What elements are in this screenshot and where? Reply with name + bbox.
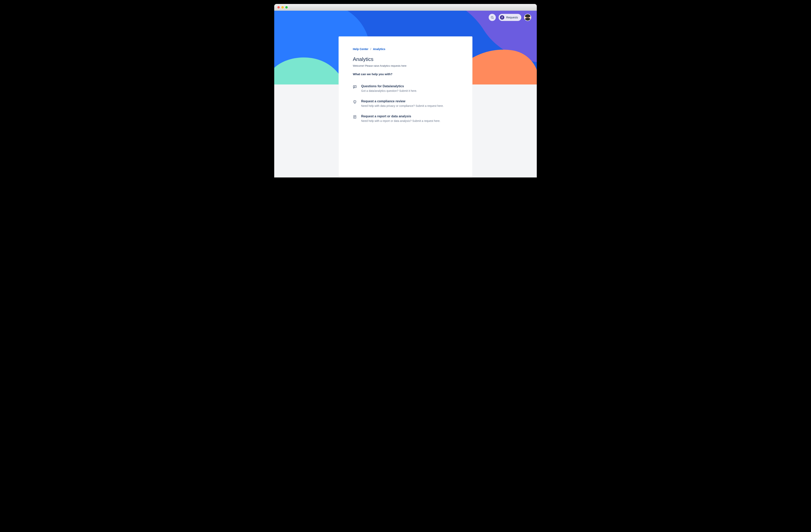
breadcrumb-separator: / (370, 47, 371, 51)
content-card: Help Center / Analytics Analytics Welcom… (339, 36, 472, 177)
chat-icon (353, 84, 357, 92)
svg-rect-3 (353, 85, 356, 88)
svg-point-1 (491, 16, 493, 18)
svg-line-2 (493, 18, 494, 19)
requests-button[interactable]: 2 Requests (499, 14, 521, 21)
browser-window: 2 Requests Help Center / Analytics Analy… (274, 4, 537, 177)
minimize-window-button[interactable] (281, 6, 284, 9)
request-type-desc: Need help with a report or data analysis… (361, 119, 440, 123)
requests-label: Requests (506, 16, 518, 19)
shield-icon (353, 99, 357, 107)
maximize-window-button[interactable] (285, 6, 288, 9)
search-button[interactable] (489, 14, 496, 21)
search-icon (490, 16, 494, 19)
requests-count-badge: 2 (500, 15, 504, 20)
request-type-report[interactable]: Request a report or data analysis Need h… (353, 114, 458, 123)
help-heading: What can we help you with? (353, 73, 458, 76)
request-type-title: Request a report or data analysis (361, 114, 440, 118)
breadcrumb-current-link[interactable]: Analytics (373, 47, 385, 51)
page-title: Analytics (353, 56, 458, 62)
request-type-list: Questions for Data/analytics Got a data/… (353, 84, 458, 123)
titlebar (274, 4, 537, 11)
request-type-title: Request a compliance review (361, 99, 444, 103)
page-welcome-text: Welcome! Please raise Analytics requests… (353, 64, 458, 67)
request-type-title: Questions for Data/analytics (361, 84, 417, 88)
topbar: 2 Requests (489, 14, 531, 21)
request-type-desc: Need help with data privacy or complianc… (361, 104, 444, 107)
request-type-compliance[interactable]: Request a compliance review Need help wi… (353, 99, 458, 107)
breadcrumb-root-link[interactable]: Help Center (353, 47, 368, 51)
report-icon (353, 114, 357, 123)
user-avatar[interactable] (524, 14, 531, 21)
breadcrumb: Help Center / Analytics (353, 47, 458, 51)
request-type-questions[interactable]: Questions for Data/analytics Got a data/… (353, 84, 458, 92)
close-window-button[interactable] (277, 6, 280, 9)
request-type-desc: Got a data/analytics question? Submit it… (361, 89, 417, 92)
